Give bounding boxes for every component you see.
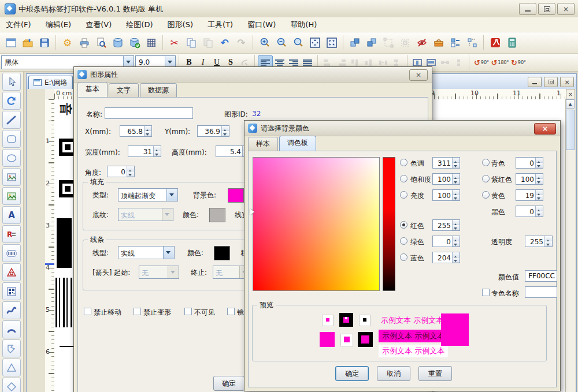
spin-up-icon[interactable] xyxy=(127,166,134,171)
paste-button[interactable] xyxy=(199,35,216,51)
scrollbar-thumb[interactable] xyxy=(566,110,575,150)
save-button[interactable] xyxy=(36,35,53,51)
line-color-swatch[interactable] xyxy=(214,246,230,260)
open-file-button[interactable] xyxy=(19,35,36,51)
color-field[interactable] xyxy=(253,157,380,291)
properties-dialog-close-button[interactable]: × xyxy=(409,69,428,81)
width-spinner[interactable]: 31 xyxy=(128,145,161,157)
scroll-up-button[interactable]: ▲ xyxy=(566,99,575,109)
frame-select-button[interactable] xyxy=(380,35,397,51)
yellow-radio[interactable] xyxy=(482,191,490,199)
ruler-close-button[interactable]: × xyxy=(566,89,575,99)
brightness-radio[interactable] xyxy=(400,191,407,199)
close-button[interactable]: × xyxy=(557,3,575,15)
print-setup-button[interactable]: ⚙ xyxy=(59,35,76,51)
polygon-tool-button[interactable] xyxy=(2,339,21,357)
red-spinner[interactable]: 255 xyxy=(432,219,460,231)
lock-resize-checkbox[interactable] xyxy=(134,308,141,315)
triangle-tool-button[interactable] xyxy=(2,359,21,376)
doc-close-button[interactable]: × xyxy=(560,77,574,87)
cyan-spinner[interactable]: 0 xyxy=(516,157,543,169)
rotate-90-ccw-button[interactable]: ↺90° xyxy=(472,55,491,69)
same-height-button[interactable] xyxy=(452,56,466,69)
zoom-select-button[interactable] xyxy=(290,35,306,51)
cyan-radio[interactable] xyxy=(482,159,490,166)
menu-view[interactable]: 查看(V) xyxy=(80,17,117,32)
dropdown-arrow-icon[interactable] xyxy=(163,247,174,259)
fit-page-button[interactable] xyxy=(306,35,323,51)
document-tab[interactable]: E:\网络 xyxy=(28,76,73,89)
cut-button[interactable]: ✂ xyxy=(166,35,183,51)
calculator-button[interactable] xyxy=(503,35,520,51)
barcode-tool-button[interactable] xyxy=(2,244,21,262)
ellipse-tool-button[interactable] xyxy=(2,149,21,167)
menu-help[interactable]: 帮助(H) xyxy=(284,17,323,32)
doc-minimize-button[interactable] xyxy=(528,77,542,87)
spin-down-icon[interactable] xyxy=(222,131,229,136)
canvas-text-object[interactable]: 音 xyxy=(57,103,74,115)
grid-button[interactable] xyxy=(143,35,160,51)
alpha-spinner[interactable]: 255 xyxy=(525,236,553,247)
tab-palette[interactable]: 调色板 xyxy=(279,136,316,151)
yellow-spinner[interactable]: 19 xyxy=(516,189,543,201)
image-color-tool-button[interactable] xyxy=(2,187,21,205)
black-spinner[interactable]: 0 xyxy=(516,206,543,217)
y-spinner[interactable]: 36.9 xyxy=(197,125,229,137)
rich-text-tool-button[interactable]: R xyxy=(2,225,21,243)
zoom-in-button[interactable] xyxy=(256,35,273,51)
name-input[interactable] xyxy=(105,107,193,119)
tab-samples[interactable]: 样本 xyxy=(248,137,278,151)
lock-move-checkbox[interactable] xyxy=(84,308,91,315)
menu-file[interactable]: 文件(F) xyxy=(0,17,37,32)
pattern-color-swatch[interactable] xyxy=(209,208,225,222)
object-align-button[interactable] xyxy=(447,35,464,51)
spin-down-icon[interactable] xyxy=(144,131,151,136)
blue-radio[interactable] xyxy=(400,253,407,261)
hue-radio[interactable] xyxy=(400,159,407,166)
arc-tool-button[interactable] xyxy=(2,320,21,338)
send-backward-button[interactable] xyxy=(363,35,380,51)
qrcode-tool-button[interactable] xyxy=(2,282,21,300)
text-tool-button[interactable]: A xyxy=(2,206,21,224)
minimize-button[interactable] xyxy=(519,3,536,15)
logo-tool-button[interactable] xyxy=(2,263,21,281)
color-value-input[interactable] xyxy=(525,270,557,282)
invisible-checkbox[interactable] xyxy=(184,308,192,315)
menu-window[interactable]: 窗口(W) xyxy=(242,17,281,32)
bg-color-swatch[interactable] xyxy=(228,188,244,203)
spin-down-icon[interactable] xyxy=(127,171,134,177)
line-style-dropdown[interactable]: 实线 xyxy=(118,246,175,259)
export-pdf-button[interactable] xyxy=(487,35,503,51)
color-dialog-close-button[interactable]: × xyxy=(534,123,556,135)
redo-button[interactable]: ↷ xyxy=(233,35,250,51)
x-spinner[interactable]: 65.8 xyxy=(120,125,152,137)
fit-window-button[interactable] xyxy=(323,35,340,51)
rotate-90-cw-button[interactable]: ↻90° xyxy=(509,55,528,69)
rounded-rect-tool-button[interactable] xyxy=(2,130,21,148)
undo-button[interactable]: ↶ xyxy=(216,35,233,51)
select-tool-button[interactable] xyxy=(2,73,21,91)
tab-datasource[interactable]: 数据源 xyxy=(140,83,177,98)
menu-tools[interactable]: 工具(T) xyxy=(202,17,239,32)
color-reset-button[interactable]: 重置 xyxy=(418,366,452,381)
arrow-start-dropdown[interactable]: 无 xyxy=(139,266,179,279)
dropdown-arrow-icon[interactable] xyxy=(166,189,177,201)
brightness-spinner[interactable]: 100 xyxy=(432,189,460,201)
frame-crop-button[interactable] xyxy=(397,35,413,51)
object-spacing-button[interactable] xyxy=(464,35,480,51)
green-spinner[interactable]: 0 xyxy=(432,236,460,247)
toolbox-button[interactable] xyxy=(430,35,447,51)
image-tool-button[interactable] xyxy=(2,168,21,186)
same-width-button[interactable] xyxy=(438,56,452,69)
spin-up-icon[interactable] xyxy=(222,126,229,131)
magenta-spinner[interactable]: 100 xyxy=(516,173,543,185)
hide-object-button[interactable] xyxy=(413,35,430,51)
tab-basic[interactable]: 基本 xyxy=(77,82,108,98)
spot-color-checkbox[interactable] xyxy=(482,289,490,296)
new-document-button[interactable] xyxy=(2,35,19,51)
spin-up-icon[interactable] xyxy=(154,146,161,151)
spin-down-icon[interactable] xyxy=(154,151,161,156)
properties-ok-button[interactable]: 确定 xyxy=(213,376,244,391)
vertical-scrollbar[interactable]: ▲ xyxy=(565,99,575,392)
saturation-radio[interactable] xyxy=(400,175,407,182)
